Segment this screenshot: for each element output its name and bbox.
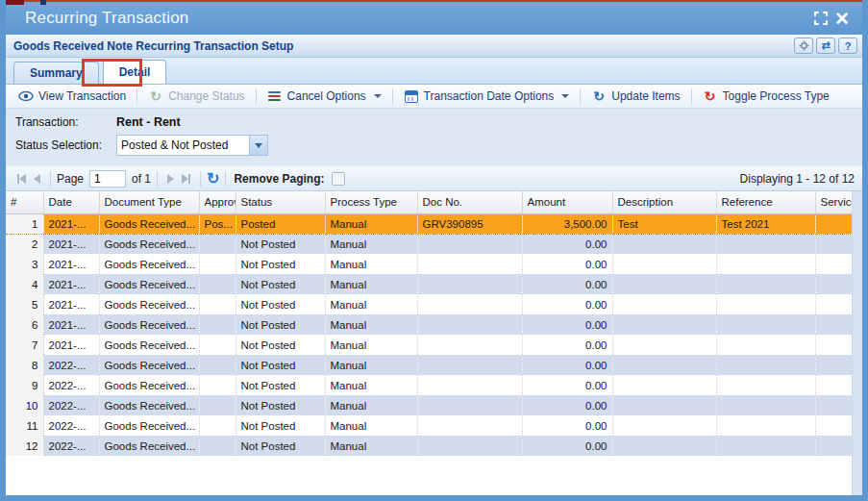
tab-strip: Summary Detail bbox=[6, 58, 862, 85]
column-header-status[interactable]: Status bbox=[236, 191, 325, 213]
table-cell: Manual bbox=[325, 274, 417, 294]
window-title: Recurring Transaction bbox=[25, 9, 810, 28]
status-selection-dropdown[interactable]: Posted & Not Posted bbox=[116, 135, 268, 156]
table-row[interactable]: 122022-...Goods Received...Not PostedMan… bbox=[6, 436, 852, 456]
update-items-button[interactable]: ↻Update Items bbox=[584, 88, 686, 105]
table-cell: Not Posted bbox=[236, 436, 325, 456]
transaction-value: Rent - Rent bbox=[116, 115, 181, 129]
column-header-approv[interactable]: Approv bbox=[199, 191, 236, 213]
first-page-button[interactable] bbox=[17, 174, 26, 184]
column-header-reference[interactable]: Reference bbox=[716, 191, 815, 213]
refresh-green-icon: ↻ bbox=[148, 89, 163, 103]
change-status-button[interactable]: ↻Change Status bbox=[141, 88, 251, 105]
table-cell: Manual bbox=[325, 415, 417, 436]
table-cell: 0.00 bbox=[522, 274, 612, 294]
table-row[interactable]: 112022-...Goods Received...Not PostedMan… bbox=[6, 415, 852, 436]
column-header-service-m[interactable]: Service M bbox=[815, 191, 852, 213]
last-page-button[interactable] bbox=[182, 174, 190, 184]
table-cell bbox=[417, 294, 522, 314]
status-selection-label: Status Selection: bbox=[15, 138, 116, 152]
window-titlebar: Recurring Transaction ✕ bbox=[6, 0, 862, 35]
chevron-down-icon[interactable] bbox=[249, 136, 267, 155]
table-row[interactable]: 32021-...Goods Received...Not PostedManu… bbox=[6, 254, 852, 274]
page-of-label: of 1 bbox=[132, 172, 151, 186]
toolbar-button-label: Change Status bbox=[168, 89, 244, 103]
table-cell: 2022-... bbox=[43, 415, 99, 436]
column-header--[interactable]: # bbox=[6, 191, 43, 213]
table-row[interactable]: 82022-...Goods Received...Not PostedManu… bbox=[6, 355, 852, 375]
next-page-button[interactable] bbox=[167, 174, 174, 184]
paging-toolbar: Page of 1 ↻ Remove Paging: Displaying 1 … bbox=[6, 165, 862, 191]
column-header-process-type[interactable]: Process Type bbox=[325, 191, 417, 213]
table-cell: 7 bbox=[6, 335, 43, 355]
table-cell bbox=[716, 395, 815, 415]
table-cell bbox=[716, 254, 815, 274]
table-cell bbox=[199, 254, 236, 274]
toolbar-button-label: Cancel Options bbox=[287, 89, 366, 103]
table-cell: 1 bbox=[6, 213, 43, 234]
refresh-grid-icon[interactable]: ↻ bbox=[207, 171, 219, 187]
table-cell bbox=[199, 355, 236, 375]
column-header-description[interactable]: Description bbox=[612, 191, 716, 213]
table-cell: 0.00 bbox=[522, 314, 612, 335]
table-cell bbox=[612, 294, 716, 314]
toggle-process-type-button[interactable]: ↻Toggle Process Type bbox=[696, 88, 836, 105]
table-cell: Goods Received... bbox=[99, 375, 199, 395]
table-cell: Goods Received... bbox=[99, 436, 199, 456]
displaying-status: Displaying 1 - 12 of 12 bbox=[740, 172, 855, 186]
previous-page-button[interactable] bbox=[34, 174, 40, 184]
table-cell: 0.00 bbox=[522, 254, 612, 274]
table-cell bbox=[815, 415, 852, 436]
table-row[interactable]: 92022-...Goods Received...Not PostedManu… bbox=[6, 375, 852, 395]
table-cell: 2021-... bbox=[43, 234, 99, 254]
table-cell: Not Posted bbox=[236, 234, 325, 254]
table-cell bbox=[716, 355, 815, 375]
table-cell bbox=[199, 375, 236, 395]
table-cell: 3 bbox=[6, 254, 43, 274]
table-row[interactable]: 12021-...Goods Received...Pos...PostedMa… bbox=[6, 213, 852, 234]
table-cell: 0.00 bbox=[522, 234, 612, 254]
table-cell: 2 bbox=[6, 234, 43, 254]
grid-area: #DateDocument TypeApprovStatusProcess Ty… bbox=[6, 191, 862, 495]
table-cell: Manual bbox=[325, 254, 417, 274]
table-cell bbox=[417, 355, 522, 375]
table-row[interactable]: 62021-...Goods Received...Not PostedManu… bbox=[6, 314, 852, 335]
table-cell: 8 bbox=[6, 355, 43, 375]
page-number-input[interactable] bbox=[89, 170, 126, 188]
refresh-button[interactable]: ⇄ bbox=[816, 38, 835, 54]
view-transaction-button[interactable]: View Transaction bbox=[12, 88, 133, 105]
column-header-amount[interactable]: Amount bbox=[522, 191, 612, 213]
vertical-scrollbar[interactable] bbox=[852, 191, 862, 495]
remove-paging-checkbox[interactable] bbox=[332, 172, 345, 186]
chevron-down-icon bbox=[374, 94, 382, 98]
tab-summary[interactable]: Summary bbox=[13, 62, 99, 84]
table-row[interactable]: 102022-...Goods Received...Not PostedMan… bbox=[6, 395, 852, 415]
tab-detail[interactable]: Detail bbox=[103, 60, 167, 84]
table-cell: Pos... bbox=[199, 213, 236, 234]
table-row[interactable]: 22021-...Goods Received...Not PostedManu… bbox=[6, 234, 852, 254]
table-cell bbox=[612, 395, 716, 415]
table-cell: Goods Received... bbox=[99, 213, 199, 234]
column-header-document-type[interactable]: Document Type bbox=[99, 191, 199, 213]
table-cell: 0.00 bbox=[522, 355, 612, 375]
help-button[interactable]: ? bbox=[838, 38, 857, 54]
table-row[interactable]: 42021-...Goods Received...Not PostedManu… bbox=[6, 274, 852, 294]
table-cell: Not Posted bbox=[236, 314, 325, 335]
table-cell bbox=[716, 415, 815, 436]
table-cell: 2022-... bbox=[43, 395, 99, 415]
toolbar-separator bbox=[392, 88, 393, 104]
column-header-date[interactable]: Date bbox=[43, 191, 99, 213]
column-header-doc-no-[interactable]: Doc No. bbox=[417, 191, 522, 213]
table-row[interactable]: 52021-...Goods Received...Not PostedManu… bbox=[6, 294, 852, 314]
table-cell: Goods Received... bbox=[99, 335, 199, 355]
expand-icon[interactable] bbox=[810, 8, 831, 29]
settings-button[interactable] bbox=[794, 38, 813, 54]
close-icon[interactable]: ✕ bbox=[831, 8, 853, 29]
cancel-options-button[interactable]: Cancel Options bbox=[260, 88, 388, 105]
table-cell bbox=[815, 274, 852, 294]
table-cell bbox=[612, 375, 716, 395]
table-cell: Not Posted bbox=[236, 355, 325, 375]
transaction-date-options-button[interactable]: Transaction Date Options bbox=[397, 88, 577, 105]
table-row[interactable]: 72021-...Goods Received...Not PostedManu… bbox=[6, 335, 852, 355]
table-cell: Goods Received... bbox=[99, 314, 199, 335]
